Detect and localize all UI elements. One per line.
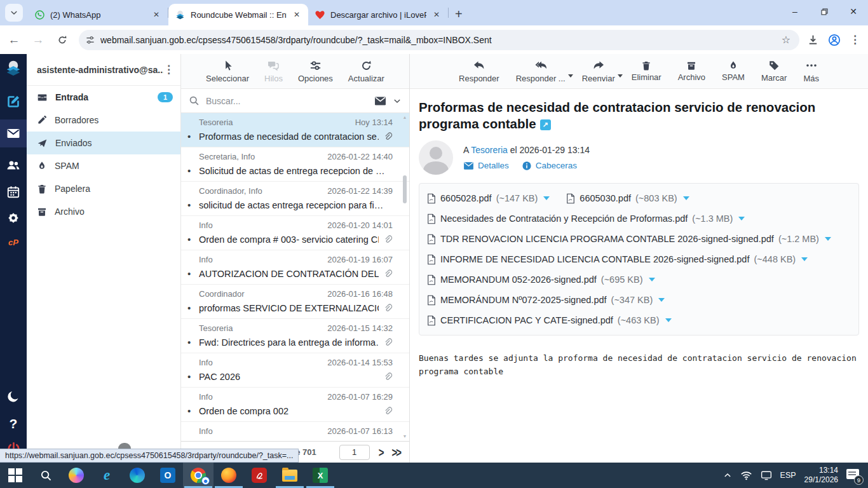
- dropdown-caret[interactable]: [618, 74, 623, 78]
- close-window-button[interactable]: ✕: [839, 0, 868, 23]
- attachment-name[interactable]: Necesidades de Contratación y Recepción …: [440, 214, 688, 224]
- reenviar-button[interactable]: Reenviar: [582, 59, 615, 83]
- site-settings-icon[interactable]: [85, 35, 95, 45]
- attachment-menu-caret[interactable]: [825, 237, 831, 241]
- taskbar-search-button[interactable]: [31, 463, 61, 488]
- attachment-menu-caret[interactable]: [649, 278, 655, 281]
- spam-button[interactable]: SPAM: [722, 60, 745, 82]
- folder-item-spam[interactable]: SPAM: [27, 154, 180, 177]
- back-button[interactable]: ←: [4, 30, 24, 50]
- message-row[interactable]: Info2026-01-20 14:01•Orden de compra # 0…: [181, 216, 409, 250]
- attachment-chip[interactable]: MEMORÁNDUM Nº072-2025-signed.pdf(~347 KB…: [427, 292, 665, 308]
- close-icon[interactable]: ✕: [151, 10, 161, 20]
- folder-item-entrada[interactable]: Entrada1: [27, 86, 180, 109]
- reload-button[interactable]: [52, 30, 72, 50]
- attachment-chip[interactable]: TDR RENOVACION LICENCIA PROGRAMA CONTABL…: [427, 231, 831, 247]
- tab-search-button[interactable]: [5, 4, 23, 22]
- address-bar[interactable]: ☆: [79, 30, 799, 50]
- dropdown-caret[interactable]: [568, 74, 573, 78]
- responder-all-button[interactable]: Responder ...: [516, 59, 566, 83]
- taskbar-ie-button[interactable]: e: [92, 463, 122, 488]
- message-row[interactable]: Info2026-01-19 16:07•AUTORIZACION DE CON…: [181, 250, 409, 285]
- attachment-name[interactable]: 6605030.pdf: [580, 193, 631, 203]
- scroll-down-icon[interactable]: ▼: [403, 433, 407, 440]
- account-menu-icon[interactable]: ⋮: [163, 63, 174, 76]
- browser-menu-icon[interactable]: ⋮: [850, 33, 860, 46]
- settings-nav-button[interactable]: [6, 211, 20, 227]
- url-input[interactable]: [100, 35, 779, 45]
- marcar-button[interactable]: Marcar: [761, 60, 787, 83]
- contacts-nav-button[interactable]: [6, 158, 21, 175]
- tab-ilovepdf[interactable]: Descargar archivo | iLovePDF ✕: [308, 4, 448, 25]
- taskbar-excel-button[interactable]: X: [305, 463, 336, 488]
- attachment-chip[interactable]: Necesidades de Contratación y Recepción …: [427, 210, 745, 227]
- display-icon[interactable]: [761, 470, 772, 480]
- mail-nav-button[interactable]: [0, 119, 27, 147]
- opciones-button[interactable]: Opciones: [298, 60, 333, 83]
- eliminar-button[interactable]: Eliminar: [632, 60, 661, 82]
- close-icon[interactable]: ✕: [431, 10, 442, 20]
- attachment-name[interactable]: INFORME DE NECESIDAD LICENCIA CONTABLE 2…: [440, 254, 749, 264]
- message-row[interactable]: Info2026-01-14 15:53•PAC 2026: [181, 353, 409, 388]
- attachment-chip[interactable]: 6605028.pdf(~147 KB): [427, 190, 550, 207]
- taskbar-acrobat-button[interactable]: [244, 463, 275, 488]
- open-in-new-window-icon[interactable]: ↗: [540, 119, 551, 130]
- taskbar-explorer-button[interactable]: [275, 463, 305, 488]
- search-options-icon[interactable]: [393, 97, 402, 105]
- attachment-name[interactable]: MEMORANDUM 052-2026-signed.pdf: [440, 274, 597, 285]
- dark-mode-button[interactable]: [6, 390, 21, 407]
- tab-roundcube[interactable]: Roundcube Webmail :: Enviados ✕: [168, 4, 308, 25]
- message-row[interactable]: Info2026-01-07 16:13•: [181, 422, 409, 441]
- actualizar-button[interactable]: Actualizar: [348, 60, 384, 83]
- page-input[interactable]: [339, 445, 370, 460]
- attachment-name[interactable]: TDR RENOVACION LICENCIA PROGRAMA CONTABL…: [440, 234, 774, 244]
- folder-item-archivo[interactable]: Archivo: [27, 200, 180, 223]
- attachment-name[interactable]: CERTIFICACION PAC Y CATE-signed.pdf: [440, 315, 613, 325]
- bookmark-star-icon[interactable]: ☆: [779, 34, 793, 46]
- notifications-button[interactable]: 9: [846, 468, 862, 483]
- help-button[interactable]: ?: [10, 416, 18, 431]
- hilos-button[interactable]: Hilos: [264, 59, 283, 83]
- attachment-chip[interactable]: CERTIFICACION PAC Y CATE-signed.pdf(~463…: [427, 312, 672, 329]
- forward-button[interactable]: →: [28, 30, 48, 50]
- last-page-button[interactable]: >>: [391, 445, 400, 459]
- tray-expand-icon[interactable]: [723, 471, 732, 480]
- attachment-menu-caret[interactable]: [683, 196, 689, 200]
- wifi-icon[interactable]: [740, 470, 752, 480]
- list-scrollbar[interactable]: ▲ ▼: [401, 114, 409, 440]
- search-scope-icon[interactable]: [374, 96, 386, 106]
- next-page-button[interactable]: >: [379, 445, 383, 459]
- folder-item-borradores[interactable]: Borradores: [27, 109, 180, 132]
- compose-button[interactable]: [6, 94, 21, 111]
- folder-item-papelera[interactable]: Papelera: [27, 177, 180, 200]
- message-row[interactable]: Secretaria, Info2026-01-22 14:40•Solicit…: [181, 147, 409, 182]
- attachment-chip[interactable]: MEMORANDUM 052-2026-signed.pdf(~695 KB): [427, 271, 655, 288]
- attachment-menu-caret[interactable]: [543, 196, 550, 200]
- mas-button[interactable]: Más: [803, 59, 819, 83]
- close-icon[interactable]: ✕: [292, 10, 302, 20]
- new-tab-button[interactable]: +: [455, 8, 463, 20]
- start-button[interactable]: [0, 463, 31, 488]
- taskbar-chrome-button[interactable]: ☻: [183, 463, 214, 488]
- tab-whatsapp[interactable]: (2) WhatsApp ✕: [28, 4, 168, 25]
- scrollbar-thumb[interactable]: [403, 175, 407, 203]
- attachment-menu-caret[interactable]: [658, 298, 665, 302]
- attachment-chip[interactable]: INFORME DE NECESIDAD LICENCIA CONTABLE 2…: [427, 251, 808, 268]
- attachment-name[interactable]: MEMORÁNDUM Nº072-2025-signed.pdf: [440, 295, 607, 305]
- folder-item-enviados[interactable]: Enviados: [27, 132, 180, 154]
- attachment-menu-caret[interactable]: [801, 257, 808, 261]
- details-toggle[interactable]: Detalles: [463, 161, 509, 170]
- clock[interactable]: 13:14 29/1/2026: [804, 466, 838, 485]
- message-row[interactable]: TesoreriaHoy 13:14•Proformas de necesida…: [181, 113, 409, 147]
- search-bar[interactable]: [181, 89, 409, 113]
- attachment-name[interactable]: 6605028.pdf: [440, 193, 492, 203]
- calendar-nav-button[interactable]: [6, 185, 20, 201]
- search-input[interactable]: [206, 96, 368, 106]
- responder-button[interactable]: Responder: [459, 59, 499, 83]
- taskbar-edge-button[interactable]: [122, 463, 153, 488]
- message-row[interactable]: Coordinador2026-01-16 16:48•proformas SE…: [181, 285, 409, 319]
- restore-button[interactable]: [810, 0, 839, 23]
- message-row[interactable]: Tesoreria2026-01-15 14:32•Fwd: Directric…: [181, 319, 409, 353]
- taskbar-copilot-button[interactable]: [61, 463, 92, 488]
- language-indicator[interactable]: ESP: [780, 471, 796, 480]
